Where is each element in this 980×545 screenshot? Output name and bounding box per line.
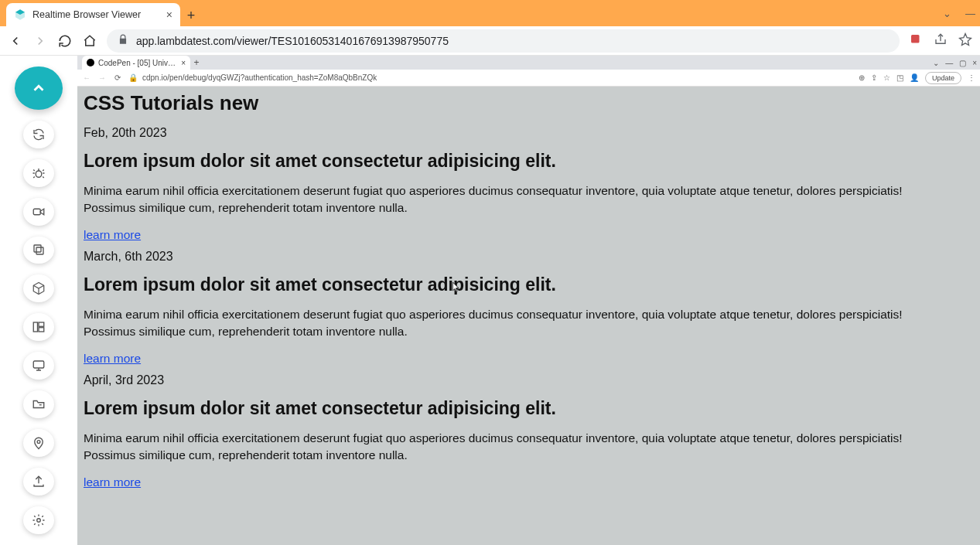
bug-icon[interactable] [23, 159, 54, 187]
upload-icon[interactable] [23, 468, 54, 496]
article-heading: Lorem ipsum dolor sit amet consectetur a… [84, 398, 974, 419]
svg-rect-5 [33, 322, 37, 332]
svg-rect-7 [39, 328, 44, 332]
svg-rect-1 [36, 171, 42, 177]
article: March, 6th 2023 Lorem ipsum dolor sit am… [84, 250, 974, 369]
article-body: Minima earum nihil officia exercitatione… [84, 430, 934, 465]
gear-icon[interactable] [23, 506, 54, 534]
star-icon[interactable] [958, 32, 972, 49]
page-title: CSS Tutorials new [84, 91, 974, 115]
zoom-icon[interactable]: ⊕ [859, 73, 865, 82]
svg-rect-0 [911, 35, 920, 43]
collapse-fab-button[interactable] [15, 66, 63, 110]
outer-toolbar: app.lambdatest.com/viewer/TES10160531401… [0, 26, 980, 56]
lock-icon: 🔒 [128, 73, 138, 82]
inner-window-controls: ⌄ — ▢ × [933, 56, 977, 70]
article-heading: Lorem ipsum dolor sit amet consectetur a… [84, 151, 974, 172]
lambdatest-favicon-icon [14, 9, 26, 21]
remote-browser-view: CodePen - [05] Universal Select... × + ⌄… [77, 56, 980, 545]
monitor-icon[interactable] [23, 352, 54, 380]
maximize-icon[interactable]: ▢ [959, 59, 966, 67]
svg-rect-3 [36, 247, 43, 254]
remote-page-content[interactable]: CSS Tutorials new Feb, 20th 2023 Lorem i… [77, 87, 980, 545]
lock-icon [118, 34, 128, 47]
new-tab-button[interactable]: + [180, 5, 202, 26]
close-icon[interactable]: × [181, 59, 186, 67]
svg-rect-4 [34, 245, 41, 252]
folder-icon[interactable] [23, 390, 54, 418]
article: April, 3rd 2023 Lorem ipsum dolor sit am… [84, 373, 974, 492]
inner-forward-icon: → [97, 73, 107, 82]
inner-browser-tab[interactable]: CodePen - [05] Universal Select... × [82, 56, 190, 70]
kebab-menu-icon[interactable]: ⋮ [968, 73, 975, 82]
article-body: Minima earum nihil officia exercitatione… [84, 306, 934, 341]
inner-toolbar: ← → ⟳ 🔒 cdpn.io/pen/debug/dyqGWZj?authen… [77, 70, 980, 87]
article-heading: Lorem ipsum dolor sit amet consectetur a… [84, 274, 974, 295]
article-body: Minima earum nihil officia exercitatione… [84, 182, 934, 217]
learn-more-link[interactable]: learn more [84, 352, 141, 366]
learn-more-link[interactable]: learn more [84, 228, 141, 242]
back-icon[interactable] [8, 33, 23, 49]
learn-more-link[interactable]: learn more [84, 475, 141, 489]
location-icon[interactable] [23, 429, 54, 457]
minimize-icon[interactable]: — [965, 8, 975, 19]
reload-icon[interactable] [57, 33, 73, 49]
sync-icon[interactable] [23, 121, 54, 148]
svg-point-10 [37, 519, 41, 523]
inner-back-icon: ← [82, 73, 91, 82]
outer-tab-title: Realtime Browser Viewer [32, 9, 160, 20]
extension-icon[interactable]: ◳ [896, 73, 903, 82]
share-icon[interactable] [934, 32, 948, 49]
article-date: March, 6th 2023 [84, 250, 974, 264]
article-date: April, 3rd 2023 [84, 373, 974, 387]
outer-browser-tab[interactable]: Realtime Browser Viewer × [6, 3, 180, 26]
outer-url-text: app.lambdatest.com/viewer/TES10160531401… [136, 35, 449, 47]
outer-toolbar-actions [909, 32, 972, 49]
video-icon[interactable] [23, 198, 54, 226]
inner-new-tab-button[interactable]: + [190, 56, 203, 69]
article: Feb, 20th 2023 Lorem ipsum dolor sit ame… [84, 126, 974, 245]
inner-toolbar-actions: ⊕ ⇪ ☆ ◳ 👤 Update ⋮ [859, 72, 975, 84]
app-body: CodePen - [05] Universal Select... × + ⌄… [0, 56, 980, 545]
inner-tab-strip: CodePen - [05] Universal Select... × + ⌄… [77, 56, 980, 70]
outer-window-controls: ⌄ — [943, 0, 975, 26]
update-button[interactable]: Update [925, 72, 961, 84]
layout-icon[interactable] [23, 313, 54, 341]
svg-rect-2 [33, 209, 40, 215]
outer-address-bar[interactable]: app.lambdatest.com/viewer/TES10160531401… [107, 29, 900, 53]
svg-rect-6 [39, 322, 44, 326]
outer-browser-window: Realtime Browser Viewer × + ⌄ — app.lamb… [0, 0, 980, 545]
share-icon[interactable]: ⇪ [871, 73, 877, 82]
copy-icon[interactable] [23, 237, 54, 264]
close-icon[interactable]: × [166, 9, 172, 21]
home-icon[interactable] [82, 33, 97, 49]
svg-rect-8 [33, 361, 44, 368]
inner-address-bar[interactable]: 🔒 cdpn.io/pen/debug/dyqGWZj?authenticati… [128, 73, 852, 82]
article-date: Feb, 20th 2023 [84, 126, 974, 140]
chevron-down-icon[interactable]: ⌄ [943, 8, 951, 19]
codepen-favicon-icon [87, 59, 94, 66]
star-icon[interactable]: ☆ [883, 73, 890, 82]
close-icon[interactable]: × [972, 59, 977, 67]
extension-icon[interactable] [909, 32, 923, 49]
outer-tab-strip: Realtime Browser Viewer × + ⌄ — [0, 0, 980, 26]
svg-point-9 [37, 441, 40, 444]
inner-reload-icon[interactable]: ⟳ [113, 73, 122, 82]
profile-icon[interactable]: 👤 [910, 73, 919, 82]
cube-icon[interactable] [23, 274, 54, 302]
forward-icon [32, 33, 48, 49]
sidebar [0, 56, 77, 545]
chevron-down-icon[interactable]: ⌄ [933, 59, 939, 67]
inner-tab-title: CodePen - [05] Universal Select... [98, 59, 177, 67]
minimize-icon[interactable]: — [945, 59, 953, 67]
inner-url-text: cdpn.io/pen/debug/dyqGWZj?authentication… [142, 73, 377, 82]
